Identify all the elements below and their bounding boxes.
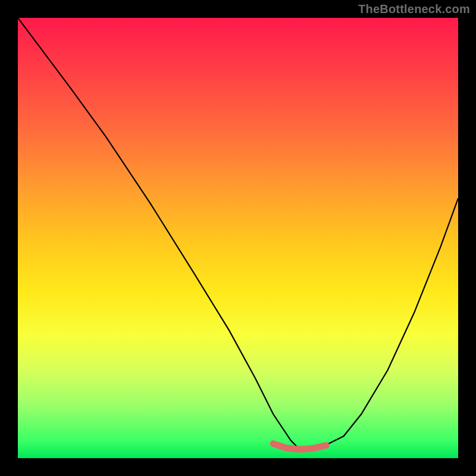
chart-svg bbox=[18, 18, 458, 458]
series-bottleneck-curve bbox=[18, 18, 458, 449]
chart-plot-area bbox=[18, 18, 458, 458]
chart-frame: TheBottleneck.com bbox=[0, 0, 476, 476]
chart-series-container bbox=[18, 18, 458, 449]
watermark-text: TheBottleneck.com bbox=[358, 2, 470, 16]
series-optimal-range bbox=[273, 444, 326, 450]
